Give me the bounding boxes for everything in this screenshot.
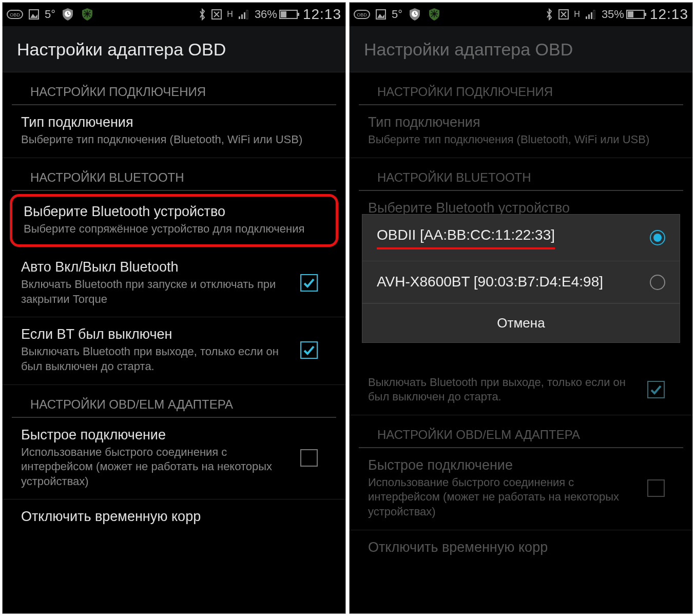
item-title: Авто Вкл/Выкл Bluetooth [21,259,291,275]
section-connection: НАСТРОЙКИ ПОДКЛЮЧЕНИЯ [359,72,683,105]
battery-percent: 36% [255,8,277,21]
section-bluetooth: НАСТРОЙКИ BLUETOOTH [12,158,336,191]
screen-left: OBD 5° H 36% [2,2,346,614]
item-auto-bt[interactable]: Авто Вкл/Выкл Bluetooth Включать Bluetoo… [3,250,345,317]
battery-icon [279,10,298,19]
settings-list[interactable]: НАСТРОЙКИ ПОДКЛЮЧЕНИЯ Тип подключения Вы… [3,72,345,613]
network-h-icon: H [574,10,580,19]
section-connection: НАСТРОЙКИ ПОДКЛЮЧЕНИЯ [12,72,336,105]
item-fast-connect: Быстрое подключение Использование быстро… [350,448,692,530]
svg-rect-7 [239,16,240,19]
item-title: Быстрое подключение [21,427,291,443]
item-subtitle: Выключать Bluetooth при выходе, только е… [368,375,638,405]
close-box-icon [558,9,569,20]
highlight-annotation: Выберите Bluetooth устройство Выберите с… [10,194,338,247]
signal-icon [585,9,596,20]
signal-icon [238,9,249,20]
shield-spider-icon [427,7,441,22]
section-obd-elm: НАСТРОЙКИ OBD/ELM АДАПТЕРА [359,415,683,448]
svg-rect-10 [246,10,248,19]
clock: 12:13 [303,6,341,23]
bluetooth-icon [545,8,553,21]
item-title: Выберите Bluetooth устройство [24,204,324,220]
svg-marker-14 [377,14,384,18]
item-connection-type: Тип подключения Выберите тип подключения… [350,105,692,158]
item-title: Отключить временную корр [368,540,674,555]
checkbox-if-bt-off [647,381,665,398]
section-obd-elm: НАСТРОЙКИ OBD/ELM АДАПТЕРА [12,385,336,418]
svg-rect-9 [244,12,245,19]
dialog-option-avh[interactable]: AVH-X8600BT [90:03:B7:D4:E4:98] [362,261,680,303]
shield-spider-icon [80,7,94,22]
bluetooth-icon [198,8,206,21]
item-title: Выберите Bluetooth устройство [368,200,674,216]
shield-clock-icon [61,7,75,22]
temperature: 5° [392,8,402,21]
settings-list: НАСТРОЙКИ ПОДКЛЮЧЕНИЯ Тип подключения Вы… [350,72,692,613]
bluetooth-device-dialog[interactable]: OBDII [AA:BB:CC:11:22:33] AVH-X8600BT [9… [362,214,680,343]
item-disable-timing[interactable]: Отключить временную корр [3,499,345,537]
item-subtitle: Выключать Bluetooth при выходе, только е… [21,344,291,374]
svg-rect-8 [241,14,243,19]
radio-obdii[interactable] [650,230,665,245]
svg-rect-21 [593,10,595,19]
checkbox-auto-bt[interactable] [300,274,318,292]
dialog-cancel-button[interactable]: Отмена [362,303,680,342]
battery-icon [626,10,645,19]
item-subtitle: Использование быстрого соединения с инте… [21,445,291,489]
item-title: Быстрое подключение [368,457,638,473]
checkbox-fast-connect[interactable] [300,449,318,467]
item-if-bt-was-off[interactable]: Если BT был выключен Выключать Bluetooth… [3,317,345,384]
item-select-bt-device[interactable]: Выберите Bluetooth устройство Выберите с… [12,197,336,245]
dialog-option-label: AVH-X8600BT [90:03:B7:D4:E4:98] [377,273,650,291]
picture-icon [28,9,40,20]
network-h-icon: H [227,10,233,19]
section-bluetooth: НАСТРОЙКИ BLUETOOTH [359,158,683,191]
battery-percent: 35% [602,8,624,21]
item-fast-connect[interactable]: Быстрое подключение Использование быстро… [3,418,345,500]
svg-marker-3 [30,14,37,18]
obd-icon: OBD [7,9,23,20]
shield-clock-icon [408,7,422,22]
svg-rect-20 [591,12,592,19]
screen-right: OBD 5° H 35% [349,2,693,614]
item-title: Тип подключения [368,114,674,130]
dialog-option-obdii[interactable]: OBDII [AA:BB:CC:11:22:33] [362,215,680,261]
item-title: Отключить временную корр [21,509,327,525]
svg-point-16 [433,12,436,15]
item-subtitle: Выберите сопряжённое устройство для подк… [24,222,324,237]
temperature: 5° [45,8,55,21]
svg-text:OBD: OBD [10,12,20,17]
item-title: Тип подключения [21,114,327,130]
svg-text:OBD: OBD [357,12,367,17]
item-disable-timing: Отключить временную корр [350,530,692,568]
radio-avh[interactable] [650,275,665,290]
page-title: Настройки адаптера OBD [3,26,345,72]
svg-point-5 [86,12,89,15]
item-subtitle: Включать Bluetooth при запуске и отключа… [21,277,291,306]
item-subtitle: Выберите тип подключения (Bluetooth, WiF… [368,132,674,147]
item-subtitle: Использование быстрого соединения с инте… [368,475,638,519]
item-title: Если BT был выключен [21,326,291,342]
item-subtitle: Выберите тип подключения (Bluetooth, WiF… [21,132,327,147]
statusbar: OBD 5° H 35% [350,3,692,26]
svg-rect-19 [588,14,590,19]
checkbox-if-bt-off[interactable] [300,341,318,359]
statusbar: OBD 5° H 36% [3,3,345,26]
svg-rect-18 [586,16,587,19]
page-title: Настройки адаптера OBD [350,26,692,72]
clock: 12:13 [650,6,688,23]
obd-icon: OBD [354,9,370,20]
checkbox-fast-connect [647,479,665,497]
item-if-bt-was-off: Выключать Bluetooth при выходе, только е… [350,373,692,415]
close-box-icon [211,9,222,20]
item-connection-type[interactable]: Тип подключения Выберите тип подключения… [3,105,345,158]
picture-icon [375,9,387,20]
dialog-option-label: OBDII [AA:BB:CC:11:22:33] [377,226,555,249]
